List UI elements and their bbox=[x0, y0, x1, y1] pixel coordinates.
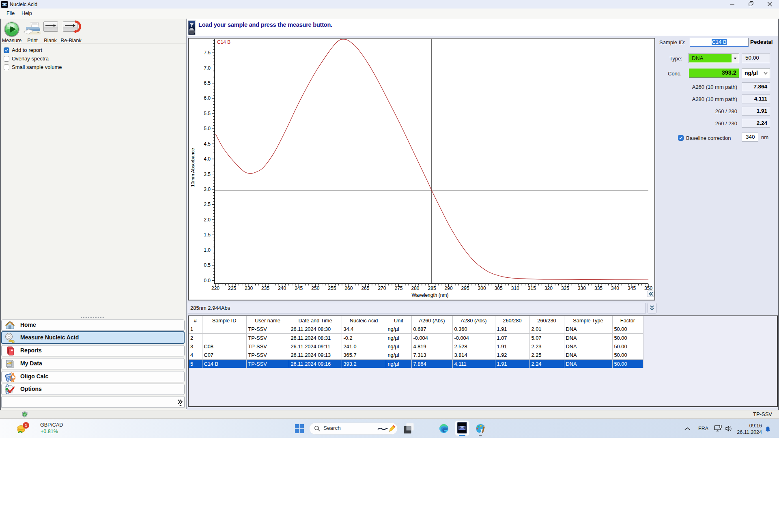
svg-text:315: 315 bbox=[528, 285, 536, 291]
svg-text:280: 280 bbox=[411, 285, 419, 291]
svg-text:275: 275 bbox=[394, 285, 402, 291]
svg-text:5.0: 5.0 bbox=[204, 126, 211, 131]
svg-text:220: 220 bbox=[211, 285, 219, 291]
svg-text:0.5: 0.5 bbox=[204, 262, 211, 268]
svg-text:230: 230 bbox=[245, 285, 253, 291]
svg-text:270: 270 bbox=[378, 285, 386, 291]
svg-text:225: 225 bbox=[228, 285, 236, 291]
svg-text:240: 240 bbox=[278, 285, 286, 291]
svg-text:320: 320 bbox=[544, 285, 553, 291]
svg-text:250: 250 bbox=[311, 285, 319, 291]
svg-text:285: 285 bbox=[428, 285, 436, 291]
svg-text:330: 330 bbox=[578, 285, 586, 291]
svg-text:245: 245 bbox=[295, 285, 303, 291]
svg-text:10mm Absorbance: 10mm Absorbance bbox=[190, 148, 195, 187]
svg-text:7.0: 7.0 bbox=[204, 65, 211, 71]
svg-text:325: 325 bbox=[561, 285, 569, 291]
svg-text:335: 335 bbox=[594, 285, 603, 291]
svg-text:4.5: 4.5 bbox=[204, 141, 211, 147]
svg-text:1.0: 1.0 bbox=[204, 247, 211, 253]
svg-text:265: 265 bbox=[361, 285, 369, 291]
svg-text:1.5: 1.5 bbox=[204, 232, 211, 238]
svg-text:340: 340 bbox=[611, 285, 619, 291]
svg-text:Wavelength (nm): Wavelength (nm) bbox=[412, 292, 449, 298]
svg-text:2.5: 2.5 bbox=[204, 202, 211, 207]
svg-text:305: 305 bbox=[495, 285, 503, 291]
svg-text:6.0: 6.0 bbox=[204, 95, 211, 101]
svg-text:C14 B: C14 B bbox=[217, 39, 230, 45]
svg-text:6.5: 6.5 bbox=[204, 80, 211, 86]
svg-text:260: 260 bbox=[344, 285, 353, 291]
svg-text:7.5: 7.5 bbox=[204, 50, 211, 56]
svg-text:235: 235 bbox=[261, 285, 269, 291]
svg-text:0.0: 0.0 bbox=[204, 278, 211, 283]
svg-text:5.5: 5.5 bbox=[204, 111, 211, 116]
svg-text:345: 345 bbox=[628, 285, 636, 291]
svg-text:255: 255 bbox=[328, 285, 336, 291]
svg-text:3.5: 3.5 bbox=[204, 172, 211, 177]
svg-text:1: 1 bbox=[25, 423, 27, 428]
svg-text:290: 290 bbox=[445, 285, 453, 291]
svg-text:4.0: 4.0 bbox=[204, 156, 211, 162]
svg-text:300: 300 bbox=[478, 285, 486, 291]
svg-text:2.0: 2.0 bbox=[204, 217, 211, 223]
svg-text:310: 310 bbox=[511, 285, 519, 291]
svg-text:295: 295 bbox=[461, 285, 469, 291]
svg-text:350: 350 bbox=[644, 285, 652, 291]
svg-text:3.0: 3.0 bbox=[204, 187, 211, 192]
